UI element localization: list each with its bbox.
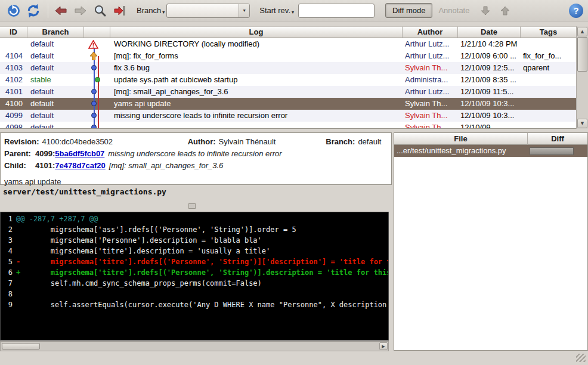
diff-file-path: server/test/unittest_migractions.py bbox=[3, 187, 166, 196]
cell-id: 4098 bbox=[0, 122, 27, 128]
prev-diff-button[interactable] bbox=[496, 2, 514, 20]
file-list-header: File Diff bbox=[394, 133, 587, 145]
cell-date: 12/10/09 8:35 ... bbox=[458, 74, 521, 86]
caret-down-icon: ▾ bbox=[162, 10, 165, 15]
cell-log: update sys.path at cubicweb startup bbox=[110, 74, 403, 86]
refresh-icon bbox=[26, 3, 41, 18]
parent-hash-link[interactable]: 5ba6df5fcb07 bbox=[55, 149, 104, 158]
scrollbar-track[interactable] bbox=[577, 37, 588, 118]
branch-label: Branch bbox=[137, 6, 161, 15]
column-header-id[interactable]: ID bbox=[0, 26, 27, 38]
help-button[interactable]: ? bbox=[569, 4, 583, 18]
cell-branch: default bbox=[27, 98, 84, 110]
diff-line-context: 4 migrschema['titre'].description = 'usu… bbox=[1, 246, 388, 256]
table-row-4102[interactable]: 4102 stable update sys.path at cubicweb … bbox=[0, 74, 588, 86]
file-row-selected[interactable]: ...er/test/unittest_migractions.py bbox=[394, 145, 587, 157]
hgview-window: Branch ▾ ▼ Start rev. ▾ Diff mode Annota… bbox=[0, 0, 588, 365]
cell-graph bbox=[84, 62, 110, 74]
revision-table: ID Branch Log Author Date Tags default W… bbox=[0, 26, 588, 129]
branch-combobox-value bbox=[167, 4, 239, 17]
search-button[interactable] bbox=[91, 2, 109, 20]
start-rev-label: Start rev. bbox=[259, 6, 290, 15]
search-icon bbox=[93, 4, 107, 18]
revision-meta-line: Revision:4100:dc04bede3502 Author:Sylvai… bbox=[4, 136, 388, 148]
column-header-date[interactable]: Date bbox=[458, 26, 521, 38]
column-header-diff[interactable]: Diff bbox=[528, 133, 587, 145]
cell-tags bbox=[521, 110, 576, 122]
column-header-file[interactable]: File bbox=[394, 133, 528, 145]
line-number: 7 bbox=[1, 278, 16, 289]
table-row-4101[interactable]: 4101 default [mq]: small_api_changes_for… bbox=[0, 86, 588, 98]
column-header-branch[interactable]: Branch bbox=[27, 26, 84, 38]
next-diff-button[interactable] bbox=[476, 2, 494, 20]
line-number: 1 bbox=[1, 214, 16, 224]
column-header-log[interactable]: Log bbox=[110, 26, 403, 38]
table-row-4100-selected[interactable]: 4100 default yams api update Sylvain Th.… bbox=[0, 98, 588, 110]
cell-date: 1/21/10 4:28 PM bbox=[458, 38, 521, 50]
cell-log: WORKING DIRECTORY (locally modified) bbox=[110, 38, 403, 50]
diff-line-context: 3 migrschema['Personne'].description = '… bbox=[1, 235, 388, 246]
cell-date: 12/10/09 10:3... bbox=[458, 110, 521, 122]
cell-log: missing underscore leads to infinite rec… bbox=[110, 110, 403, 122]
table-body: default WORKING DIRECTORY (locally modif… bbox=[0, 38, 588, 128]
mq-patch-arrow-icon bbox=[90, 52, 97, 60]
combo-arrow-icon[interactable]: ▼ bbox=[239, 4, 249, 17]
cell-branch: default bbox=[27, 38, 84, 50]
commit-dot-icon bbox=[95, 77, 100, 82]
refresh-button[interactable] bbox=[24, 2, 42, 20]
back-arrow-icon bbox=[54, 4, 68, 18]
diff-line-context: 7 self.mh.cmd_sync_schema_props_perms(co… bbox=[1, 278, 388, 289]
table-row-4103[interactable]: 4103 default fix 3.6 bug Sylvain Th... 1… bbox=[0, 62, 588, 74]
author-label: Author: bbox=[188, 137, 216, 146]
diff-mode-button[interactable]: Diff mode bbox=[385, 3, 432, 18]
column-header-graph[interactable] bbox=[84, 26, 110, 38]
cell-branch: default bbox=[27, 62, 84, 74]
cell-tags bbox=[521, 86, 576, 98]
cell-log: fix 3.6 bug bbox=[110, 62, 403, 74]
goto-revision-button[interactable] bbox=[111, 2, 129, 20]
parent-rev: 4099: bbox=[35, 149, 55, 158]
line-number: 5 bbox=[1, 256, 16, 267]
cell-date: 12/10/09 11:5... bbox=[458, 86, 521, 98]
scroll-right-button[interactable]: ▶ bbox=[379, 342, 388, 350]
modified-warning-icon bbox=[88, 40, 98, 49]
cell-tags bbox=[521, 98, 576, 110]
start-rev-input[interactable] bbox=[298, 4, 375, 18]
toolbar: Branch ▾ ▼ Start rev. ▾ Diff mode Annota… bbox=[0, 0, 588, 21]
table-row-working-directory[interactable]: default WORKING DIRECTORY (locally modif… bbox=[0, 38, 588, 50]
cell-branch: default bbox=[27, 86, 84, 98]
table-row-4098[interactable]: 4098 default ... Sylvain Th... 12/10/09 … bbox=[0, 122, 588, 128]
file-name: ...er/test/unittest_migractions.py bbox=[394, 145, 528, 157]
branch-value: default bbox=[358, 137, 381, 146]
table-row-4104[interactable]: 4104 default [mq]: fix_for_forms Arthur … bbox=[0, 50, 588, 62]
up-arrow-icon bbox=[499, 5, 511, 17]
forward-button[interactable] bbox=[72, 2, 89, 20]
splitter-handle[interactable] bbox=[188, 203, 196, 209]
diff-source-view[interactable]: 1@@ -287,7 +287,7 @@ 2 migrschema['ass']… bbox=[0, 212, 389, 341]
file-diff-cell bbox=[528, 145, 587, 157]
scroll-up-button[interactable]: ▲ bbox=[577, 27, 587, 36]
resize-grip[interactable] bbox=[576, 354, 586, 362]
cell-branch: default bbox=[27, 122, 84, 128]
column-header-author[interactable]: Author bbox=[403, 26, 458, 38]
cell-tags: qparent bbox=[521, 62, 576, 74]
child-hash-link[interactable]: 7e478d7caf20 bbox=[55, 161, 106, 170]
scrollbar-thumb[interactable] bbox=[577, 37, 587, 72]
cell-id: 4103 bbox=[0, 62, 27, 74]
branch-combobox[interactable]: ▼ bbox=[166, 4, 250, 18]
cell-graph bbox=[84, 122, 110, 128]
cell-author: Arthur Lutz... bbox=[403, 50, 458, 62]
commit-dot-icon bbox=[91, 101, 97, 106]
diff-horizontal-scrollbar[interactable]: ▶ bbox=[0, 341, 389, 351]
cell-branch: default bbox=[27, 50, 84, 62]
table-scrollbar[interactable]: ▲ ▼ bbox=[576, 26, 588, 129]
column-header-tags[interactable]: Tags bbox=[521, 26, 576, 38]
table-row-4099[interactable]: 4099 default missing underscore leads to… bbox=[0, 110, 588, 122]
scrollbar-thumb[interactable] bbox=[2, 343, 40, 349]
revision-value: 4100:dc04bede3502 bbox=[42, 137, 113, 146]
reload-button[interactable] bbox=[5, 2, 23, 20]
scroll-down-button[interactable]: ▼ bbox=[577, 119, 587, 128]
cell-id bbox=[0, 38, 27, 50]
reload-icon bbox=[7, 4, 21, 18]
back-button[interactable] bbox=[52, 2, 70, 20]
